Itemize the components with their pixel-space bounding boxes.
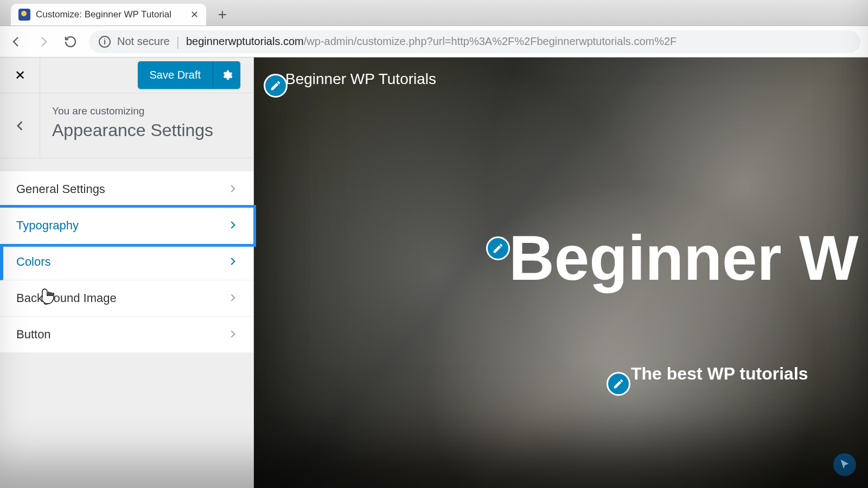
breadcrumb: You are customizing [52,105,213,117]
chevron-right-icon [228,291,237,305]
back-section-button[interactable] [0,93,40,158]
url-host: beginnerwptutorials.com [186,35,304,47]
site-preview: Beginner WP Tutorials Beginner W Tutor T… [254,57,868,488]
menu-item-label: Button [16,328,51,342]
site-title[interactable]: Beginner WP Tutorials [285,70,436,88]
edit-shortcut-hero-title[interactable] [486,236,510,260]
tab-title: Customize: Beginner WP Tutorial [36,9,185,20]
customizer-sidebar: ✕ Save Draft [0,57,254,488]
hero-title-line1: Beginner W [509,223,858,293]
forward-button[interactable] [35,33,52,50]
url-path: /wp-admin/customize.php?url=http%3A%2F%2… [304,35,677,47]
menu-item-colors[interactable]: Colors [0,244,253,280]
site-tagline: The best WP tutorials [631,364,808,384]
browser-tab-strip: Customize: Beginner WP Tutorial ✕ + [0,0,868,26]
hero-title: Beginner W Tutor [509,226,868,358]
address-bar[interactable]: i Not secure | beginnerwptutorials.com/w… [89,30,860,53]
menu-item-general-settings[interactable]: General Settings [0,171,253,208]
pencil-icon [612,378,624,390]
pencil-icon [270,80,282,92]
chevron-right-icon [228,328,237,342]
sidebar-action-row: ✕ Save Draft [0,57,253,93]
reload-button[interactable] [62,33,79,50]
security-info-icon[interactable]: i [99,36,111,48]
corner-cursor-badge[interactable] [833,453,856,476]
favicon-icon [18,9,30,21]
close-customizer-button[interactable]: ✕ [0,57,40,93]
settings-menu: General Settings Typography [0,171,253,353]
section-header: You are customizing Appearance Settings [0,93,253,158]
back-button[interactable] [8,33,25,50]
divider: | [176,34,180,49]
chevron-right-icon [228,182,237,196]
workspace: ✕ Save Draft [0,57,868,488]
menu-item-typography[interactable]: Typography [0,208,253,244]
menu-item-label: General Settings [16,182,105,196]
browser-tab[interactable]: Customize: Beginner WP Tutorial ✕ [11,4,206,25]
edit-shortcut-tagline[interactable] [607,372,630,396]
browser-toolbar: i Not secure | beginnerwptutorials.com/w… [0,26,868,57]
new-tab-button[interactable]: + [212,4,233,25]
section-title: Appearance Settings [52,120,213,140]
edit-shortcut-site-title[interactable] [264,74,288,98]
gear-icon [221,69,233,81]
menu-item-button[interactable]: Button [0,317,253,353]
pencil-icon [492,242,504,254]
menu-item-label: Typography [16,219,79,233]
menu-item-label: Colors [16,255,51,269]
menu-item-background-image[interactable]: Background Image [0,280,253,317]
publish-settings-button[interactable] [213,61,240,89]
save-draft-button[interactable]: Save Draft [138,61,213,89]
chevron-right-icon [228,219,237,233]
menu-item-label: Background Image [16,291,117,305]
close-tab-icon[interactable]: ✕ [190,9,199,21]
chevron-right-icon [228,255,237,269]
security-status: Not secure [117,35,170,48]
cursor-arrow-icon [839,459,851,471]
page-url: beginnerwptutorials.com/wp-admin/customi… [186,35,676,48]
